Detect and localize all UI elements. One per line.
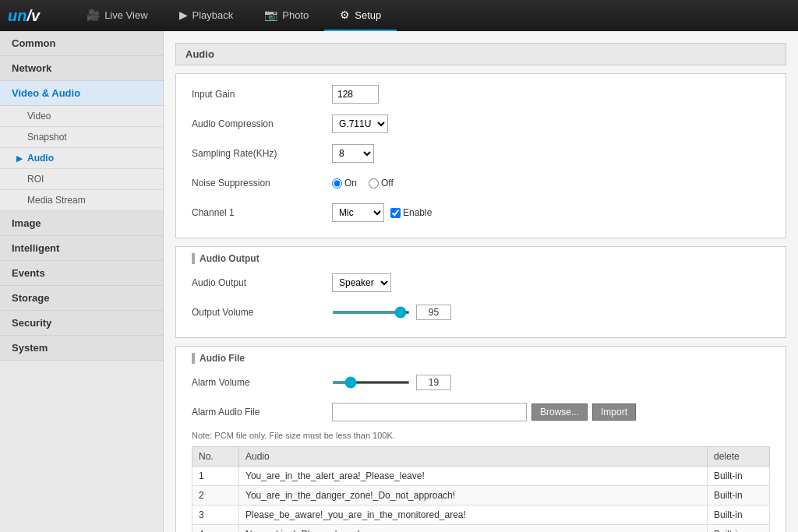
noise-suppression-on-label[interactable]: On xyxy=(332,178,357,188)
sidebar-item-security[interactable]: Security xyxy=(0,311,163,336)
audio-table-header: No. Audio delete xyxy=(192,447,770,467)
alarm-audio-file-control: Browse... Import xyxy=(332,403,636,421)
input-gain-row: Input Gain xyxy=(192,83,770,105)
sidebar-sub-snapshot[interactable]: Snapshot xyxy=(0,127,163,148)
audio-output-panel: Audio Output Audio Output Speaker Line O… xyxy=(175,246,786,338)
alarm-audio-file-input[interactable] xyxy=(332,403,527,421)
noise-suppression-off-label[interactable]: Off xyxy=(369,178,394,188)
note-text: Note: PCM file only. File size must be l… xyxy=(192,431,770,440)
table-cell-no: 4 xyxy=(192,525,239,533)
channel-enable-label[interactable]: Enable xyxy=(390,207,432,218)
audio-compression-select[interactable]: G.711U G.711A G.726 AAC xyxy=(332,115,388,133)
sidebar-item-intelligent[interactable]: Intelligent xyxy=(0,236,163,261)
table-cell-delete: Built-in xyxy=(708,486,770,506)
alarm-audio-file-label: Alarm Audio File xyxy=(192,407,332,417)
table-cell-delete: Built-in xyxy=(708,467,770,486)
table-cell-no: 3 xyxy=(192,506,239,525)
alarm-volume-slider[interactable] xyxy=(332,381,410,384)
channel-select[interactable]: Mic Line In xyxy=(332,203,384,222)
sidebar-sub-media-stream[interactable]: Media Stream xyxy=(0,190,163,211)
output-volume-label: Output Volume xyxy=(192,307,332,318)
setup-icon: ⚙ xyxy=(340,9,350,21)
page-title-bar: Audio xyxy=(175,43,786,65)
playback-icon: ▶ xyxy=(179,9,188,21)
audio-output-control: Speaker Line Out xyxy=(332,273,391,292)
noise-suppression-off-radio[interactable] xyxy=(369,178,379,188)
sampling-rate-label: Sampling Rate(KHz) xyxy=(192,148,332,159)
photo-icon: 📷 xyxy=(264,9,277,21)
audio-compression-control: G.711U G.711A G.726 AAC xyxy=(332,115,388,133)
alarm-audio-file-row: Alarm Audio File Browse... Import xyxy=(192,401,770,423)
table-row: 1 You_are_in_the_alert_area!_Please_leav… xyxy=(192,467,770,486)
table-cell-audio: Please_be_aware!_you_are_in_the_monitore… xyxy=(239,506,708,525)
alarm-volume-row: Alarm Volume 19 xyxy=(192,372,770,393)
audio-output-select[interactable]: Speaker Line Out xyxy=(332,273,391,292)
live-view-icon: 🎥 xyxy=(87,9,100,21)
noise-suppression-row: Noise Suppression On Off xyxy=(192,172,770,194)
table-cell-audio: You_are_in_the_alert_area!_Please_leave! xyxy=(239,467,708,486)
sampling-rate-select[interactable]: 8 16 32 44.1 48 xyxy=(332,144,374,163)
noise-suppression-control: On Off xyxy=(332,178,394,188)
sampling-rate-control: 8 16 32 44.1 48 xyxy=(332,144,374,163)
table-cell-delete: Built-in xyxy=(708,525,770,533)
channel-label: Channel 1 xyxy=(192,207,332,218)
main-content: Audio Input Gain Audio Compression G.711… xyxy=(164,31,798,532)
table-cell-no: 1 xyxy=(192,467,239,486)
sidebar-item-network[interactable]: Network xyxy=(0,56,163,81)
nav-playback[interactable]: ▶ Playback xyxy=(164,0,249,31)
input-gain-label: Input Gain xyxy=(192,89,332,100)
sidebar-item-common[interactable]: Common xyxy=(0,31,163,56)
nav-items: 🎥 Live View ▶ Playback 📷 Photo ⚙ Setup xyxy=(71,0,397,31)
input-gain-input[interactable] xyxy=(332,85,379,104)
table-header-audio: Audio xyxy=(239,447,708,467)
output-volume-control: 95 xyxy=(332,305,451,320)
table-row: 3 Please_be_aware!_you_are_in_the_monito… xyxy=(192,506,770,525)
output-volume-value: 95 xyxy=(416,305,451,320)
channel-row: Channel 1 Mic Line In Enable xyxy=(192,202,770,224)
top-navigation: un/v 🎥 Live View ▶ Playback 📷 Photo ⚙ Se… xyxy=(0,0,798,31)
output-volume-slider[interactable] xyxy=(332,311,410,314)
nav-live-view[interactable]: 🎥 Live View xyxy=(71,0,163,31)
table-header-delete: delete xyxy=(708,447,770,467)
sidebar-item-system[interactable]: System xyxy=(0,336,163,361)
sidebar-item-image[interactable]: Image xyxy=(0,211,163,236)
audio-settings-panel: Input Gain Audio Compression G.711U G.71… xyxy=(175,73,786,238)
noise-suppression-on-radio[interactable] xyxy=(332,178,342,188)
browse-button[interactable]: Browse... xyxy=(531,403,588,421)
audio-file-section-header: Audio File xyxy=(192,353,770,364)
audio-output-section-header: Audio Output xyxy=(192,253,770,264)
alarm-volume-label: Alarm Volume xyxy=(192,377,332,388)
audio-file-panel: Audio File Alarm Volume 19 Alarm Audio F… xyxy=(175,346,786,532)
channel-control: Mic Line In Enable xyxy=(332,203,432,222)
page-title: Audio xyxy=(185,48,214,60)
audio-output-row: Audio Output Speaker Line Out xyxy=(192,272,770,294)
input-gain-control xyxy=(332,85,379,104)
sidebar-sub-video[interactable]: Video xyxy=(0,106,163,127)
table-cell-audio: No_parking!_Please_leave! xyxy=(239,525,708,533)
audio-table-body: 1 You_are_in_the_alert_area!_Please_leav… xyxy=(192,467,770,533)
alarm-volume-control: 19 xyxy=(332,375,451,390)
output-volume-row: Output Volume 95 xyxy=(192,301,770,323)
sidebar: Common Network Video & Audio Video Snaps… xyxy=(0,31,164,532)
nav-setup[interactable]: ⚙ Setup xyxy=(324,0,397,31)
noise-suppression-label: Noise Suppression xyxy=(192,178,332,188)
table-cell-audio: You_are_in_the_danger_zone!_Do_not_appro… xyxy=(239,486,708,506)
audio-table: No. Audio delete 1 You_are_in_the_alert_… xyxy=(192,446,770,532)
nav-photo[interactable]: 📷 Photo xyxy=(249,0,324,31)
sidebar-item-storage[interactable]: Storage xyxy=(0,286,163,311)
channel-enable-checkbox[interactable] xyxy=(390,208,401,218)
sidebar-item-video-audio[interactable]: Video & Audio xyxy=(0,81,163,106)
sidebar-sub-audio[interactable]: Audio xyxy=(0,148,163,169)
table-row: 2 You_are_in_the_danger_zone!_Do_not_app… xyxy=(192,486,770,506)
table-header-no: No. xyxy=(192,447,239,467)
table-cell-no: 2 xyxy=(192,486,239,506)
sidebar-item-events[interactable]: Events xyxy=(0,261,163,286)
main-layout: Common Network Video & Audio Video Snaps… xyxy=(0,31,798,532)
sampling-rate-row: Sampling Rate(KHz) 8 16 32 44.1 48 xyxy=(192,143,770,164)
table-cell-delete: Built-in xyxy=(708,506,770,525)
logo: un/v xyxy=(8,7,40,25)
table-row: 4 No_parking!_Please_leave! Built-in xyxy=(192,525,770,533)
alarm-volume-value: 19 xyxy=(416,375,451,390)
sidebar-sub-roi[interactable]: ROI xyxy=(0,169,163,190)
import-button[interactable]: Import xyxy=(592,403,636,421)
